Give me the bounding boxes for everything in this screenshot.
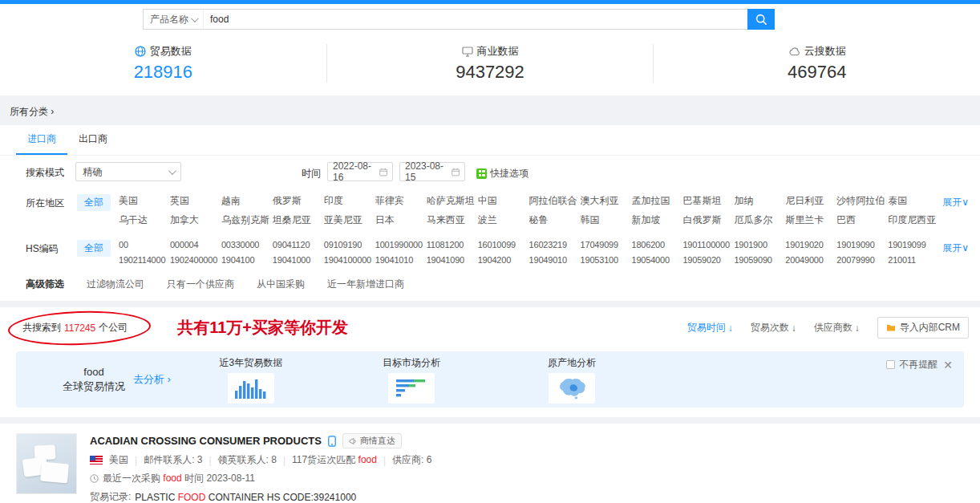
region-option[interactable]: 美国 — [119, 194, 167, 208]
hs-code-option[interactable]: 210011 — [888, 255, 936, 265]
hs-code-option[interactable]: 1902400000 — [170, 255, 218, 265]
region-option[interactable]: 巴西 — [836, 213, 885, 227]
hs-code-option[interactable]: 19041010 — [375, 255, 423, 265]
hs-code-option[interactable]: 00330000 — [221, 240, 269, 249]
region-option[interactable]: 尼日利亚 — [785, 194, 833, 208]
hs-code-option[interactable]: 1904100000 — [324, 255, 372, 265]
hs-expand-link[interactable]: 展开∨ — [942, 240, 969, 255]
search-button[interactable] — [747, 9, 775, 30]
quick-options-button[interactable]: 快捷选项 — [476, 164, 528, 181]
hs-code-option[interactable]: 16010099 — [478, 240, 526, 249]
date-to-input[interactable]: 2023-08-15 — [399, 162, 465, 181]
hbar-chart-icon — [393, 376, 430, 400]
hs-code-option[interactable]: 1901100000 — [682, 240, 731, 249]
region-option[interactable]: 加拿大 — [170, 213, 218, 227]
hs-code-option[interactable]: 1001990000 — [375, 240, 423, 249]
stat-cloud-search-data[interactable]: 云搜数据 469764 — [654, 44, 980, 83]
region-option[interactable]: 日本 — [375, 213, 423, 227]
region-option[interactable]: 哈萨克斯坦 — [427, 194, 475, 208]
region-option[interactable]: 新加坡 — [632, 213, 680, 227]
region-option[interactable]: 韩国 — [581, 213, 629, 227]
hs-code-option[interactable]: 19019090 — [836, 240, 885, 249]
hs-code-option[interactable]: 000004 — [170, 240, 218, 249]
hs-code-option[interactable]: 09041120 — [273, 240, 321, 249]
stat-trade-data[interactable]: 贸易数据 218916 — [0, 44, 327, 83]
region-option[interactable]: 菲律宾 — [375, 194, 423, 208]
hs-code-option[interactable]: 1904200 — [478, 255, 526, 265]
hs-code-option[interactable]: 1904100 — [221, 255, 269, 265]
breadcrumb[interactable]: 所有分类 › — [0, 95, 980, 125]
hs-code-option[interactable]: 19053100 — [581, 255, 629, 265]
region-option[interactable]: 白俄罗斯 — [682, 213, 731, 227]
go-analyze-link[interactable]: 去分析 › — [133, 372, 171, 387]
region-option[interactable]: 英国 — [170, 194, 218, 208]
advanced-filter-option[interactable]: 从中国采购 — [257, 278, 305, 291]
hs-code-option[interactable]: 11081200 — [427, 240, 475, 249]
hs-code-option[interactable]: 19019099 — [888, 240, 936, 249]
hs-code-option[interactable]: 16023219 — [529, 240, 577, 249]
region-option[interactable]: 印度 — [324, 194, 372, 208]
hs-code-option[interactable]: 19049010 — [529, 255, 577, 265]
region-option[interactable]: 沙特阿拉伯 — [836, 194, 885, 208]
company-logo[interactable] — [16, 433, 77, 494]
hs-code-option[interactable]: 09109190 — [324, 240, 372, 249]
banner-card-trade-3y[interactable]: 近3年贸易数据 — [171, 356, 331, 404]
close-icon[interactable]: ✕ — [943, 359, 953, 371]
advanced-filter-option[interactable]: 近一年新增进口商 — [327, 278, 404, 291]
tab-importers[interactable]: 进口商 — [16, 125, 67, 155]
dismiss-checkbox[interactable] — [886, 360, 895, 369]
advanced-filter-option[interactable]: 过滤物流公司 — [87, 278, 144, 291]
hs-code-option[interactable]: 19059090 — [734, 255, 782, 265]
search-mode-select[interactable]: 精确 — [75, 162, 181, 181]
hs-code-option[interactable]: 1902114000 — [119, 255, 167, 265]
region-option[interactable]: 波兰 — [478, 213, 526, 227]
hs-code-option[interactable]: 19059020 — [682, 255, 731, 265]
hs-all-badge[interactable]: 全部 — [77, 240, 111, 257]
hs-code-option[interactable]: 19041090 — [427, 255, 475, 265]
region-option[interactable]: 阿拉伯联合酋... — [529, 194, 577, 208]
sort-option[interactable]: 贸易时间↓ — [687, 321, 733, 335]
hs-code-option[interactable]: 00 — [119, 240, 167, 249]
region-option[interactable]: 加纳 — [734, 194, 782, 208]
business-intel-tag[interactable]: 商情直达 — [342, 433, 402, 448]
region-option[interactable]: 坦桑尼亚 — [273, 213, 321, 227]
sort-option[interactable]: 供应商数↓ — [814, 321, 860, 335]
hs-code-option[interactable]: 1806200 — [632, 240, 680, 249]
region-option[interactable]: 印度尼西亚 — [888, 213, 936, 227]
sort-option[interactable]: 贸易次数↓ — [751, 321, 796, 335]
hs-code-option[interactable]: 19054000 — [632, 255, 680, 265]
stat-business-data[interactable]: 商业数据 9437292 — [327, 44, 654, 83]
date-from-input[interactable]: 2022-08-16 — [327, 162, 393, 181]
region-option[interactable]: 秘鲁 — [529, 213, 577, 227]
region-option[interactable]: 越南 — [221, 194, 269, 208]
import-crm-button[interactable]: 导入内部CRM — [877, 317, 969, 339]
region-option[interactable]: 乌兹别克斯坦 — [221, 213, 269, 227]
banner-card-origin[interactable]: 原产地分析 — [492, 356, 652, 404]
region-option[interactable]: 泰国 — [888, 194, 936, 208]
hs-code-option[interactable]: 1901900 — [734, 240, 782, 249]
region-option[interactable]: 斯里兰卡 — [785, 213, 833, 227]
advanced-filter-option[interactable]: 只有一个供应商 — [167, 278, 234, 291]
hs-code-option[interactable]: 20079990 — [836, 255, 885, 265]
search-category-dropdown[interactable]: 产品名称 — [143, 9, 204, 30]
search-input[interactable] — [204, 9, 747, 30]
region-option[interactable]: 中国 — [478, 194, 526, 208]
region-option[interactable]: 巴基斯坦 — [682, 194, 731, 208]
region-option[interactable]: 马来西亚 — [427, 213, 475, 227]
tab-exporters[interactable]: 出口商 — [67, 125, 119, 155]
hs-code-option[interactable]: 17049099 — [581, 240, 629, 249]
region-option[interactable]: 亚美尼亚 — [324, 213, 372, 227]
region-option[interactable]: 澳大利亚 — [581, 194, 629, 208]
region-expand-link[interactable]: 展开∨ — [942, 194, 969, 209]
region-option[interactable]: 俄罗斯 — [273, 194, 321, 208]
company-name[interactable]: ACADIAN CROSSING CONSUMER PRODUCTS — [90, 435, 322, 447]
region-option[interactable]: 孟加拉国 — [632, 194, 680, 208]
region-all-badge[interactable]: 全部 — [77, 194, 111, 211]
hs-code-option[interactable]: 20049000 — [785, 255, 833, 265]
region-option[interactable]: 厄瓜多尔 — [734, 213, 782, 227]
region-option[interactable]: 乌干达 — [119, 213, 167, 227]
hs-code-option[interactable]: 19019020 — [785, 240, 833, 249]
banner-card-target-market[interactable]: 目标市场分析 — [331, 356, 492, 404]
phone-icon[interactable] — [328, 436, 336, 447]
hs-code-option[interactable]: 19041000 — [273, 255, 321, 265]
